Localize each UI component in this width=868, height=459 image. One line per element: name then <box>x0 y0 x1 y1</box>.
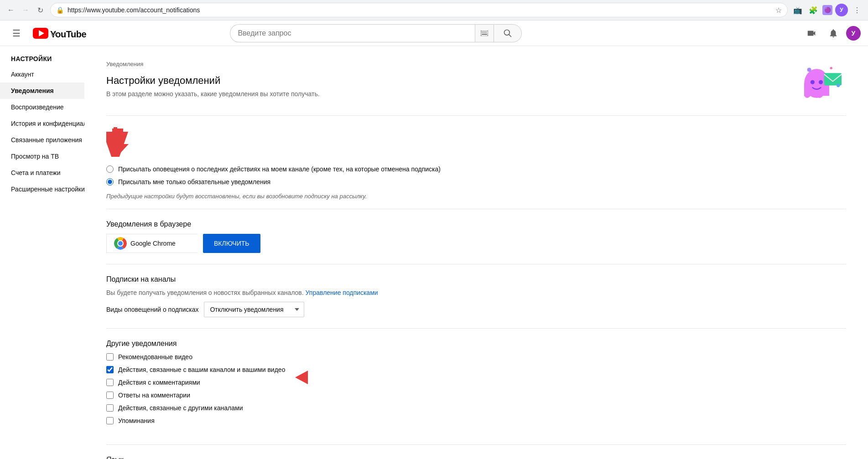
checkbox-channel-actions[interactable]: Действия, связанные с вашим каналом и ва… <box>106 366 285 373</box>
svg-point-13 <box>807 67 811 72</box>
sidebar-item-label: Просмотр на ТВ <box>11 153 59 160</box>
sidebar-item-connected[interactable]: Связанные приложения <box>0 132 84 148</box>
checkbox-other-channels[interactable]: Действия, связанные с другими каналами <box>106 404 285 412</box>
reload-button[interactable]: ↻ <box>34 4 47 16</box>
search-input[interactable] <box>230 24 475 42</box>
browser-notifications-heading: Уведомления в браузере <box>106 220 846 228</box>
sidebar-item-notifications[interactable]: Уведомления <box>0 83 84 99</box>
yt-logo-country: UA <box>51 32 86 37</box>
browser-right-icons: 📺 🧩 🟣 У ⋮ <box>791 4 863 16</box>
svg-rect-12 <box>824 73 842 85</box>
divider-3 <box>106 264 846 264</box>
svg-rect-0 <box>481 31 488 36</box>
radio-option-2-label: Присылать мне только обязательные уведом… <box>118 178 270 186</box>
divider-2 <box>106 209 846 209</box>
checkbox-replies-label: Ответы на комментарии <box>118 392 190 399</box>
sidebar-item-label: Счета и платежи <box>11 169 61 176</box>
svg-rect-1 <box>482 31 483 32</box>
checkbox-mentions-input[interactable] <box>106 417 114 424</box>
sidebar-item-playback[interactable]: Воспроизведение <box>0 99 84 115</box>
checkbox-comments-label: Действия с комментариями <box>118 379 200 386</box>
sidebar-item-billing[interactable]: Счета и платежи <box>0 165 84 181</box>
subscriptions-heading: Подписки на каналы <box>106 275 846 284</box>
svg-point-14 <box>830 67 832 69</box>
sidebar-item-advanced[interactable]: Расширенные настройки <box>0 181 84 197</box>
extension-icon: 🟣 <box>822 5 832 15</box>
checkbox-recommended-label: Рекомендованные видео <box>118 353 192 361</box>
cast-button[interactable]: 📺 <box>791 4 804 16</box>
yt-logo-icon <box>33 28 48 39</box>
radio-option-2[interactable]: Присылать мне только обязательные уведом… <box>106 178 846 186</box>
sidebar-item-label: Аккаунт <box>11 71 34 78</box>
back-button[interactable]: ← <box>5 4 17 16</box>
checkbox-replies-input[interactable] <box>106 392 114 399</box>
radio-option-1[interactable]: Присылать оповещения о последних действи… <box>106 165 846 173</box>
enable-button[interactable]: ВКЛЮЧИТЬ <box>203 234 260 253</box>
svg-rect-2 <box>483 31 484 32</box>
user-avatar[interactable]: У <box>846 26 861 41</box>
svg-line-7 <box>509 34 511 36</box>
sidebar-item-tv[interactable]: Просмотр на ТВ <box>0 148 84 165</box>
page-header-row: Уведомления Настройки уведомлений В этом… <box>106 61 846 106</box>
checkbox-group: Рекомендованные видео Действия, связанны… <box>106 353 285 424</box>
notifications-button[interactable] <box>824 24 842 42</box>
checkbox-mentions-label: Упоминания <box>118 417 155 424</box>
svg-rect-5 <box>482 34 487 35</box>
browser-toolbar: ← → ↻ 🔒 https://www.youtube.com/account_… <box>0 0 868 20</box>
sidebar-item-label: Связанные приложения <box>11 136 82 144</box>
radio-group: Присылать оповещения о последних действи… <box>106 165 846 186</box>
sidebar-item-account[interactable]: Аккаунт <box>0 66 84 83</box>
radio-all[interactable] <box>106 165 114 173</box>
extensions-button[interactable]: 🧩 <box>807 4 820 16</box>
keyboard-button[interactable] <box>475 24 494 42</box>
sidebar-item-label: Расширенные настройки <box>11 186 84 193</box>
checkbox-other-channels-label: Действия, связанные с другими каналами <box>118 404 243 412</box>
yt-logo[interactable]: YouTube UA <box>33 28 86 39</box>
manage-subscriptions-link[interactable]: Управление подписками <box>306 289 378 296</box>
checkbox-other-channels-input[interactable] <box>106 404 114 412</box>
chrome-logo-container: Google Chrome <box>106 234 198 253</box>
checkbox-channel-actions-input[interactable] <box>106 366 114 373</box>
checkbox-mentions[interactable]: Упоминания <box>106 417 285 424</box>
browser-user-avatar[interactable]: У <box>835 4 848 16</box>
arrow-down-annotation-container <box>106 125 846 158</box>
checkbox-replies[interactable]: Ответы на комментарии <box>106 392 285 399</box>
svg-point-10 <box>811 80 815 84</box>
checkbox-channel-actions-label: Действия, связанные с вашим каналом и ва… <box>118 366 285 373</box>
search-button[interactable] <box>494 24 522 42</box>
language-heading: Язык <box>106 456 846 459</box>
bookmark-icon[interactable]: ☆ <box>775 6 782 15</box>
checkbox-recommended[interactable]: Рекомендованные видео <box>106 353 285 361</box>
sidebar-item-history[interactable]: История и конфиденциальность <box>0 115 84 132</box>
divider-1 <box>106 115 846 116</box>
page-desc: В этом разделе можно указать, какие увед… <box>106 90 791 98</box>
radio-essential[interactable] <box>106 178 114 186</box>
page-title: Настройки уведомлений <box>106 75 791 87</box>
subscriptions-desc: Вы будете получать уведомления о новостя… <box>106 289 846 296</box>
italic-note: Предыдущие настройки будут восстановлены… <box>106 193 846 200</box>
address-bar[interactable]: 🔒 https://www.youtube.com/account_notifi… <box>50 3 788 17</box>
notification-type-select[interactable]: Отключить уведомления Персонализированны… <box>204 302 304 317</box>
svg-rect-3 <box>484 31 485 32</box>
sidebar-item-label: Уведомления <box>11 87 54 94</box>
yt-content: Уведомления Настройки уведомлений В этом… <box>84 46 868 459</box>
yt-menu-button[interactable]: ☰ <box>7 24 26 42</box>
svg-point-15 <box>837 84 840 87</box>
menu-dots-button[interactable]: ⋮ <box>851 4 863 16</box>
upload-button[interactable] <box>802 24 821 42</box>
checkbox-comments[interactable]: Действия с комментариями <box>106 379 285 386</box>
arrow-down-annotation <box>106 125 129 157</box>
yt-sidebar: НАСТРОЙКИ Аккаунт Уведомления Воспроизве… <box>0 46 84 459</box>
divider-4 <box>106 328 846 329</box>
forward-button[interactable]: → <box>19 4 32 16</box>
checkbox-comments-input[interactable] <box>106 379 114 386</box>
svg-rect-4 <box>486 31 487 32</box>
sidebar-item-label: История и конфиденциальность <box>11 120 84 127</box>
checkbox-recommended-input[interactable] <box>106 353 114 361</box>
radio-option-1-label: Присылать оповещения о последних действи… <box>118 165 441 173</box>
browser-chrome: ← → ↻ 🔒 https://www.youtube.com/account_… <box>0 0 868 21</box>
yt-main: НАСТРОЙКИ Аккаунт Уведомления Воспроизве… <box>0 46 868 459</box>
other-notifications-row: Рекомендованные видео Действия, связанны… <box>106 353 846 435</box>
svg-point-11 <box>819 80 823 84</box>
sidebar-section-title: НАСТРОЙКИ <box>0 52 84 64</box>
